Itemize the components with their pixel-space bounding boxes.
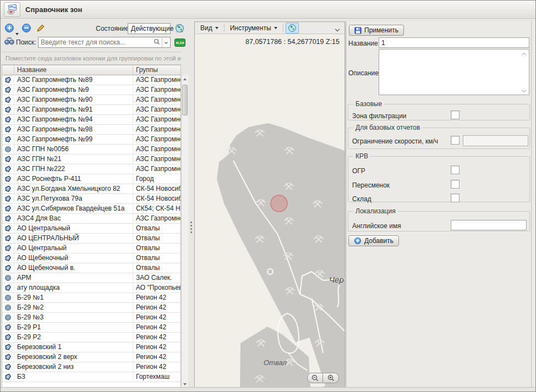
table-row[interactable]: АЗС Газпромнефть №94АЗС Газпромнеф... <box>2 115 181 125</box>
globe-icon <box>288 24 297 32</box>
english-name-input[interactable] <box>451 220 527 230</box>
speed-limit-checkbox[interactable] <box>451 136 460 145</box>
table-row[interactable]: АЗС ул.Сибяриков Гвардейцев 51аСК54; СК-… <box>2 204 181 214</box>
state-combobox[interactable]: Действующие <box>128 23 171 34</box>
ogr-label: ОГР <box>352 167 365 175</box>
table-row[interactable]: Березовский 1Регион 42 <box>2 343 181 352</box>
zoom-in-button[interactable] <box>323 373 339 383</box>
table-row[interactable]: АЗС ГПН №0056АЗС Газпромнеф... <box>2 145 181 154</box>
zone-group: Регион 42 <box>133 333 181 342</box>
map-toolbar: Вид Инструменты <box>195 22 344 34</box>
tools-menu-label: Инструменты <box>230 24 271 32</box>
table-row[interactable]: АЗС Роснефть Р-411Город <box>2 174 181 184</box>
map-compass-icon <box>6 4 18 15</box>
zone-name: АО ЦЕНТРАЛЬНЫЙ <box>14 234 133 243</box>
zone-name: Б-29 Р2 <box>14 333 133 342</box>
scrollbar-thumb[interactable] <box>182 85 188 115</box>
search-input[interactable] <box>39 38 152 47</box>
apply-button[interactable]: Применить <box>349 25 404 36</box>
speed-limit-spinner <box>463 135 528 146</box>
add-localization-button[interactable]: Добавить <box>348 235 399 246</box>
table-row[interactable]: Б-29 №3Регион 42 <box>2 313 181 323</box>
remove-zone-button[interactable] <box>21 23 31 33</box>
table-row[interactable]: АО ЩебеночныйОтвалы <box>2 253 181 263</box>
zone-group: Регион 42 <box>133 323 181 332</box>
table-row[interactable]: АЗС Газпромнефть №89АЗС Газпромнеф... <box>2 75 181 85</box>
status-bar <box>1 387 535 391</box>
icon-column-header[interactable] <box>2 65 14 75</box>
zone-group: Регион 42 <box>133 352 181 362</box>
titlebar: Справочник зон <box>1 1 535 19</box>
group-by-hint[interactable]: Поместите сюда заголовок колонки для гру… <box>2 52 181 65</box>
view-menu-button[interactable]: Вид <box>197 23 222 33</box>
table-row[interactable]: АЗС ГПН №222АЗС Газпромнеф... <box>2 164 181 174</box>
export-xlsx-icon[interactable]: XLSX <box>174 38 185 47</box>
table-row[interactable]: АЗС Газпромнефть №98АЗС Газпромнеф... <box>2 125 181 135</box>
table-row[interactable]: АО ЦЕНТРАЛЬНЫЙОтвалы <box>2 234 181 244</box>
table-row[interactable]: АЗС Газпромнефть №90АЗС Газпромнеф... <box>2 95 181 105</box>
table-row[interactable]: АЗС Газпромнефть №9АЗС Газпромнеф... <box>2 85 181 95</box>
search-dropdown-arrow[interactable] <box>162 37 170 47</box>
ogr-checkbox[interactable] <box>451 165 460 174</box>
table-row[interactable]: БЗГортехмаш <box>2 372 181 382</box>
zone-marker[interactable] <box>271 195 287 212</box>
table-row[interactable]: Березовский 2 верхРегион 42 <box>2 352 181 362</box>
table-row[interactable]: АРМЗАО Салек. <box>2 273 181 283</box>
edit-zone-button[interactable] <box>36 23 46 33</box>
scroll-up-button[interactable] <box>182 75 188 83</box>
add-zone-dropdown-caret[interactable] <box>15 27 19 37</box>
zone-group: АЗС Газпромнеф... <box>133 125 181 134</box>
polygon-zone-icon <box>2 164 14 174</box>
search-magnifier-icon[interactable] <box>152 37 162 47</box>
map-canvas[interactable]: 87,0571786 : 54,2677019 Z:15 Чер Отвал <box>195 34 344 388</box>
zoom-out-button[interactable] <box>307 373 323 383</box>
zone-group: АО "Прокопьев... <box>133 283 181 292</box>
circle-zone-icon <box>2 303 14 312</box>
table-row[interactable]: Березовский 2 низРегион 42 <box>2 362 181 372</box>
tools-menu-button[interactable]: Инструменты <box>227 23 281 33</box>
table-row[interactable]: АО Щебеночный в.Отвалы <box>2 263 181 273</box>
zone-name-input[interactable] <box>379 37 529 48</box>
shift-checkbox[interactable] <box>451 180 460 189</box>
table-row[interactable]: Б-29 Р2Регион 42 <box>2 333 181 343</box>
save-icon <box>354 27 362 34</box>
grid-vertical-scrollbar[interactable] <box>181 75 188 388</box>
map-panel: Вид Инструменты <box>194 21 345 388</box>
globe-button[interactable] <box>175 24 185 34</box>
zone-group: Отвалы <box>133 224 181 233</box>
table-row[interactable]: Б-29 №2Регион 42 <box>2 303 181 313</box>
zone-name: АЗС Газпромнефть №94 <box>14 115 133 124</box>
warehouse-label: Склад <box>352 195 371 203</box>
add-zone-button[interactable] <box>4 23 14 33</box>
warehouse-checkbox[interactable] <box>451 194 460 202</box>
table-row[interactable]: АЗС Газпромнефть №91АЗС Газпромнеф... <box>2 105 181 115</box>
map-globe-toggle[interactable] <box>286 23 299 34</box>
table-row[interactable]: АЗС4 Для ВасАЗС Газпромнеф... <box>2 214 181 224</box>
table-row[interactable]: АЗС ГПН №21АЗС Газпромнеф... <box>2 154 181 164</box>
speed-limit-input[interactable] <box>463 136 536 146</box>
name-column-header[interactable]: Название <box>14 65 133 75</box>
table-row[interactable]: АЗС ул.Петухова 79аСК-54 Новосиби... <box>2 194 181 204</box>
table-row[interactable]: АО ЦентральыйОтвалы <box>2 244 181 253</box>
zone-group: Регион 42 <box>133 362 181 372</box>
zone-name: Б-29 №3 <box>14 313 133 322</box>
map-coordinates: 87,0571786 : 54,2677019 Z:15 <box>245 38 340 46</box>
groups-column-header[interactable]: Группы <box>133 65 181 75</box>
table-row[interactable]: АЗС ул.Богдана Хмельницкого 82СК-54 Ново… <box>2 184 181 194</box>
zone-name: АЗС Газпромнефть №91 <box>14 105 133 114</box>
polygon-zone-icon <box>2 184 14 194</box>
table-row[interactable]: Б-29 №1Регион 42 <box>2 293 181 303</box>
zone-group: АЗС Газпромнеф... <box>133 95 181 104</box>
zone-group: АЗС Газпромнеф... <box>133 85 181 95</box>
table-row[interactable]: АО ЦентральныйОтвалы <box>2 224 181 234</box>
zone-description-textarea[interactable] <box>379 49 529 95</box>
table-row[interactable]: АЗС Газпромнефть №99АЗС Газпромнеф... <box>2 135 181 145</box>
toolbar-separator <box>283 24 283 32</box>
table-row[interactable]: Б-29 Р1Регион 42 <box>2 323 181 333</box>
panel-splitter[interactable] <box>188 21 194 388</box>
table-row[interactable]: ату площадкаАО "Прокопьев... <box>2 283 181 293</box>
zones-list-panel: Состояние: Действующие Поиск: <box>2 21 188 388</box>
zone-name: АЗС ГПН №222 <box>14 164 133 174</box>
toolbar-overflow-button[interactable] <box>336 23 339 33</box>
filter-zone-checkbox[interactable] <box>451 111 460 119</box>
